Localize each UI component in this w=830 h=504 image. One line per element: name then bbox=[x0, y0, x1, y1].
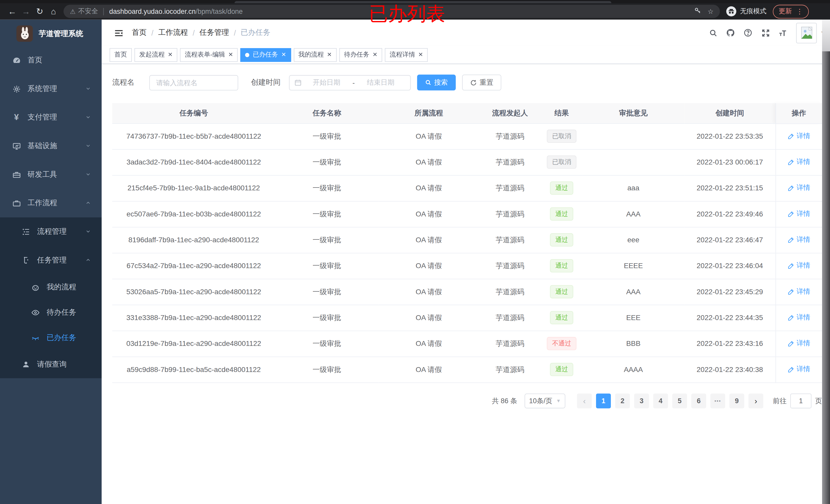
cell-process: OA 请假 bbox=[378, 149, 479, 175]
breadcrumb-task-mgmt[interactable]: 任务管理 bbox=[199, 28, 229, 38]
detail-link[interactable]: 详情 bbox=[788, 365, 810, 374]
detail-link[interactable]: 详情 bbox=[788, 339, 810, 348]
sidebar-item-done-task[interactable]: 已办任务 bbox=[0, 326, 102, 351]
pagination-ellipsis[interactable]: ••• bbox=[710, 393, 725, 408]
page-button-5[interactable]: 5 bbox=[672, 393, 687, 408]
github-icon[interactable] bbox=[725, 20, 736, 46]
breadcrumb-separator: / bbox=[234, 29, 236, 37]
password-key-icon[interactable] bbox=[694, 7, 701, 16]
prev-page-button[interactable]: ‹ bbox=[577, 393, 592, 408]
table-row: ec507ae6-7b9a-11ec-b03b-acde48001122 一级审… bbox=[112, 201, 822, 227]
close-icon[interactable]: ✕ bbox=[281, 52, 286, 58]
next-page-button[interactable]: › bbox=[748, 393, 763, 408]
navbar-actions: ▼ bbox=[701, 20, 825, 46]
detail-link[interactable]: 详情 bbox=[788, 209, 810, 219]
sidebar-collapse-icon[interactable] bbox=[109, 24, 127, 42]
cell-task-id: 03d1219e-7b9a-11ec-a290-acde48001122 bbox=[112, 331, 275, 357]
table-row: 215cf4e5-7b9b-11ec-9a1b-acde48001122 一级审… bbox=[112, 175, 822, 201]
close-icon[interactable]: ✕ bbox=[168, 52, 172, 58]
table-row: 53026aa5-7b9a-11ec-a290-acde48001122 一级审… bbox=[112, 279, 822, 305]
search-icon[interactable] bbox=[707, 20, 719, 46]
reset-button[interactable]: 重置 bbox=[462, 75, 501, 91]
tab-my-process[interactable]: 我的流程 ✕ bbox=[294, 48, 337, 62]
close-icon[interactable]: ✕ bbox=[228, 52, 233, 58]
page-button-1[interactable]: 1 bbox=[596, 393, 611, 408]
sidebar-logo[interactable]: 芋道管理系统 bbox=[0, 20, 102, 44]
cell-create-time: 2022-01-22 23:53:35 bbox=[684, 123, 775, 149]
sidebar-item-todo-task[interactable]: 待办任务 bbox=[0, 300, 102, 325]
incognito-badge: 无痕模式 bbox=[726, 6, 767, 16]
page-size-select[interactable]: 10条/页 ▼ bbox=[524, 393, 565, 408]
tab-todo-task[interactable]: 待办任务 ✕ bbox=[339, 48, 382, 62]
sidebar-item-process-mgmt[interactable]: 流程管理 bbox=[0, 217, 102, 246]
page-button-4[interactable]: 4 bbox=[653, 393, 668, 408]
process-name-input[interactable] bbox=[156, 78, 231, 87]
cell-process: OA 请假 bbox=[378, 331, 479, 357]
sidebar-item-home[interactable]: 首页 bbox=[0, 46, 102, 75]
cell-create-time: 2022-01-22 23:49:46 bbox=[684, 201, 775, 227]
edit-pen-icon bbox=[788, 159, 794, 166]
close-icon[interactable]: ✕ bbox=[373, 52, 377, 58]
breadcrumb-home[interactable]: 首页 bbox=[132, 28, 147, 38]
tab-form-edit[interactable]: 流程表单-编辑 ✕ bbox=[180, 48, 238, 62]
start-date-placeholder[interactable]: 开始日期 bbox=[302, 78, 352, 87]
sidebar-item-payment[interactable]: ¥ 支付管理 bbox=[0, 103, 102, 132]
sidebar-item-task-mgmt[interactable]: 任务管理 bbox=[0, 246, 102, 274]
browser-reload-button[interactable]: ↻ bbox=[33, 5, 46, 19]
browser-forward-button[interactable]: → bbox=[19, 5, 33, 19]
cell-comment: AAAA bbox=[582, 357, 684, 382]
detail-link[interactable]: 详情 bbox=[788, 183, 810, 193]
sidebar-item-my-process[interactable]: 我的流程 bbox=[0, 274, 102, 300]
main-area: 首页 / 工作流程 / 任务管理 / 已办任务 bbox=[102, 20, 830, 504]
process-name-input-wrap bbox=[149, 75, 238, 90]
search-button[interactable]: 搜索 bbox=[417, 75, 456, 91]
date-range-picker[interactable]: 开始日期 - 结束日期 bbox=[289, 75, 411, 90]
page-button-2[interactable]: 2 bbox=[615, 393, 630, 408]
status-badge: 通过 bbox=[550, 285, 573, 298]
col-header-create-time: 创建时间 bbox=[684, 103, 775, 123]
window-scrollbar[interactable] bbox=[822, 20, 830, 504]
edit-pen-icon bbox=[788, 184, 794, 191]
sidebar-item-leave-query[interactable]: 请假查询 bbox=[0, 351, 102, 378]
sidebar-item-devtools[interactable]: 研发工具 bbox=[0, 160, 102, 189]
detail-link[interactable]: 详情 bbox=[788, 313, 810, 322]
edit-pen-icon bbox=[788, 288, 794, 295]
chevron-down-icon bbox=[85, 228, 91, 236]
page-button-6[interactable]: 6 bbox=[691, 393, 706, 408]
avatar[interactable] bbox=[796, 23, 817, 43]
cell-task-id: 215cf4e5-7b9b-11ec-9a1b-acde48001122 bbox=[112, 175, 275, 201]
close-icon[interactable]: ✕ bbox=[327, 52, 332, 58]
status-badge: 通过 bbox=[550, 233, 573, 247]
omnibox-divider bbox=[103, 8, 104, 15]
incognito-icon bbox=[726, 6, 736, 16]
page-button-9[interactable]: 9 bbox=[729, 393, 744, 408]
font-size-icon[interactable] bbox=[777, 20, 789, 46]
tab-done-task[interactable]: 已办任务 ✕ bbox=[241, 48, 291, 62]
detail-link[interactable]: 详情 bbox=[788, 287, 810, 296]
detail-link[interactable]: 详情 bbox=[788, 261, 810, 270]
help-icon[interactable] bbox=[742, 20, 754, 46]
close-icon[interactable]: ✕ bbox=[418, 52, 423, 58]
detail-link[interactable]: 详情 bbox=[788, 157, 810, 167]
tab-process-detail[interactable]: 流程详情 ✕ bbox=[385, 48, 428, 62]
browser-menu-icon[interactable]: ⋮ bbox=[796, 7, 803, 15]
cell-create-time: 2022-01-22 23:51:15 bbox=[684, 175, 775, 201]
goto-page-input[interactable] bbox=[790, 393, 811, 408]
browser-back-button[interactable]: ← bbox=[5, 5, 19, 19]
breadcrumb-workflow[interactable]: 工作流程 bbox=[158, 28, 188, 38]
bookmark-star-icon[interactable]: ☆ bbox=[708, 7, 713, 15]
cell-task-name: 一级审批 bbox=[275, 331, 378, 357]
end-date-placeholder[interactable]: 结束日期 bbox=[356, 78, 406, 87]
detail-link[interactable]: 详情 bbox=[788, 235, 810, 244]
sidebar-item-system[interactable]: 系统管理 bbox=[0, 75, 102, 103]
browser-update-button[interactable]: 更新 ⋮ bbox=[773, 5, 809, 19]
detail-link[interactable]: 详情 bbox=[788, 131, 810, 141]
status-badge: 已取消 bbox=[547, 156, 577, 169]
page-button-3[interactable]: 3 bbox=[634, 393, 649, 408]
tab-start-process[interactable]: 发起流程 ✕ bbox=[134, 48, 178, 62]
browser-home-button[interactable]: ⌂ bbox=[46, 5, 60, 19]
tab-home[interactable]: 首页 bbox=[109, 48, 132, 62]
sidebar-item-workflow[interactable]: 工作流程 bbox=[0, 189, 102, 217]
sidebar-item-infra[interactable]: 基础设施 bbox=[0, 132, 102, 160]
fullscreen-icon[interactable] bbox=[760, 20, 771, 46]
